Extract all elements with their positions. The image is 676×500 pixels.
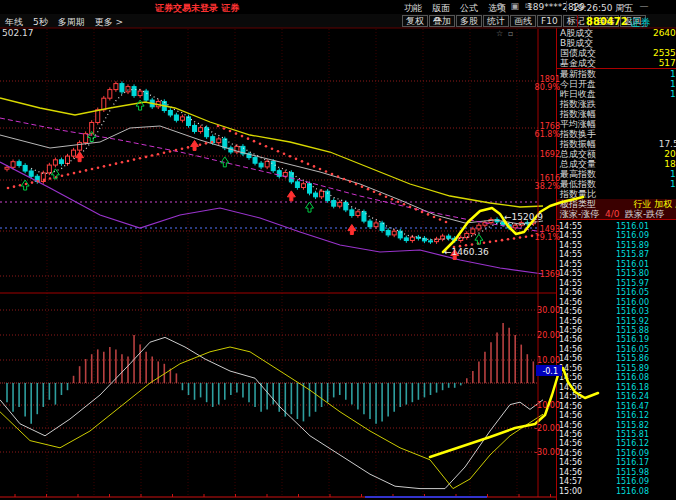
sar-dot bbox=[379, 193, 382, 196]
sar-dot bbox=[187, 146, 190, 149]
stat-label: A股成交 bbox=[560, 28, 593, 38]
sar-dot bbox=[139, 157, 142, 160]
tick-price: 1516.01 bbox=[557, 222, 649, 231]
stat-label: 基金成交 bbox=[560, 58, 596, 68]
stat-row: A股成交2640858 bbox=[557, 28, 676, 38]
sar-dot bbox=[133, 158, 136, 161]
signal-arrow bbox=[21, 180, 29, 190]
period-item[interactable]: 更多 > bbox=[95, 16, 123, 29]
candle-body bbox=[295, 182, 299, 188]
tick-row: 14:561516.0063 bbox=[557, 298, 676, 307]
tick-row: 14:571516.0942 bbox=[557, 477, 676, 486]
candle-body bbox=[144, 91, 148, 100]
tool-button[interactable]: 复权 bbox=[402, 15, 428, 27]
signal-arrow bbox=[475, 234, 483, 244]
candle-body bbox=[253, 158, 257, 164]
symbol-code[interactable]: 880472 bbox=[586, 16, 628, 27]
candle-body bbox=[211, 137, 215, 143]
candle-body bbox=[374, 223, 378, 227]
tick-price: 1516.12 bbox=[557, 439, 649, 448]
tick-row: 14:561516.0383 bbox=[557, 307, 676, 316]
candle-body bbox=[120, 84, 124, 92]
tick-row: 14:551516.0945 bbox=[557, 231, 676, 240]
candle-body bbox=[241, 146, 245, 153]
signal-arrow bbox=[51, 169, 59, 179]
sar-dot bbox=[253, 140, 256, 143]
candle-body bbox=[235, 146, 239, 152]
tool-button[interactable]: F10 bbox=[537, 15, 562, 27]
minimize-icon[interactable]: — bbox=[640, 1, 649, 11]
sar-dot bbox=[151, 154, 154, 157]
sar-dot bbox=[349, 180, 352, 183]
lower-band-line bbox=[0, 162, 543, 274]
sar-dot bbox=[513, 237, 516, 240]
tick-price: 1516.09 bbox=[557, 477, 649, 486]
tick-price: 1516.17 bbox=[557, 458, 649, 467]
tick-price: 1515.98 bbox=[557, 468, 649, 477]
candle-body bbox=[156, 102, 160, 107]
stat-value: 2535188 bbox=[653, 48, 676, 58]
stat-row: 最低指数1505 bbox=[557, 179, 676, 189]
candle-body bbox=[489, 220, 493, 223]
candle-body bbox=[525, 223, 529, 224]
candle-body bbox=[102, 98, 106, 110]
quote-panel: A股成交2640858B股成交38国债成交2535188基金成交517688 最… bbox=[556, 28, 676, 500]
title-bar: 证券交易未登录 证券 功能版面公式选项 ⟳▣✉ 189****2829 19:2… bbox=[0, 0, 676, 14]
tick-row: 14:561516.1733 bbox=[557, 458, 676, 467]
chart-corner-icon: ☆ bbox=[496, 29, 503, 38]
sar-dot bbox=[295, 158, 298, 161]
stat-row: 总成交量18868 bbox=[557, 159, 676, 169]
tick-row: 14:561515.8943 bbox=[557, 364, 676, 373]
sar-dot bbox=[193, 145, 196, 148]
sar-dot bbox=[157, 153, 160, 156]
tick-row: 14:561516.1249 bbox=[557, 411, 676, 420]
candle-body bbox=[29, 171, 33, 176]
period-item[interactable]: 年线 bbox=[5, 16, 23, 29]
trend-dashed-line bbox=[0, 118, 543, 232]
candle-body bbox=[114, 84, 118, 90]
tick-row: 14:561515.9269 bbox=[557, 317, 676, 326]
dif-line bbox=[0, 347, 543, 489]
tick-price: 1516.08 bbox=[557, 487, 649, 496]
candle-body bbox=[531, 221, 535, 224]
candle-body bbox=[344, 202, 348, 209]
candle-body bbox=[513, 225, 517, 228]
stat-row: 指数涨跌 bbox=[557, 99, 676, 109]
candle-body bbox=[519, 223, 523, 226]
period-item[interactable]: 多周期 bbox=[58, 16, 85, 29]
tool-button[interactable]: 统计 bbox=[483, 15, 509, 27]
board-type-label: 板指类型 bbox=[560, 199, 596, 209]
monitor-icon[interactable]: ▣ bbox=[511, 1, 520, 11]
candle-body bbox=[174, 115, 178, 120]
candle-body bbox=[47, 165, 51, 173]
signal-arrow bbox=[348, 224, 356, 234]
candle-body bbox=[126, 87, 130, 92]
candle-body bbox=[453, 238, 457, 240]
tick-price: 1516.24 bbox=[557, 392, 649, 401]
candle-body bbox=[259, 163, 263, 167]
tool-button[interactable]: 叠加 bbox=[429, 15, 455, 27]
sar-dot bbox=[343, 178, 346, 181]
tick-row: 14:561516.1975 bbox=[557, 335, 676, 344]
period-item[interactable]: 5秒 bbox=[33, 16, 48, 29]
sar-dot bbox=[525, 235, 528, 238]
tick-price: 1515.88 bbox=[557, 326, 649, 335]
sar-dot bbox=[403, 203, 406, 206]
tick-list[interactable]: 14:551516.013814:551516.094514:551515.89… bbox=[557, 222, 676, 496]
tick-price: 1516.18 bbox=[557, 383, 649, 392]
candle-body bbox=[96, 110, 100, 123]
candle-body bbox=[17, 162, 21, 166]
board-type-row: 板指类型行业 加权 成分 bbox=[557, 199, 676, 209]
tool-button[interactable]: 多股 bbox=[456, 15, 482, 27]
candle-body bbox=[314, 193, 318, 197]
candle-body bbox=[162, 102, 166, 111]
collapse-icon[interactable]: < bbox=[622, 1, 630, 11]
sar-dot bbox=[115, 162, 118, 165]
refresh-icon[interactable]: ⟳ bbox=[497, 1, 505, 11]
stat-row: B股成交38 bbox=[557, 38, 676, 48]
sar-dot bbox=[37, 180, 40, 183]
sar-dot bbox=[175, 149, 178, 152]
tick-price: 1516.05 bbox=[557, 345, 649, 354]
tool-button[interactable]: 画线 bbox=[510, 15, 536, 27]
candle-body bbox=[5, 167, 9, 169]
